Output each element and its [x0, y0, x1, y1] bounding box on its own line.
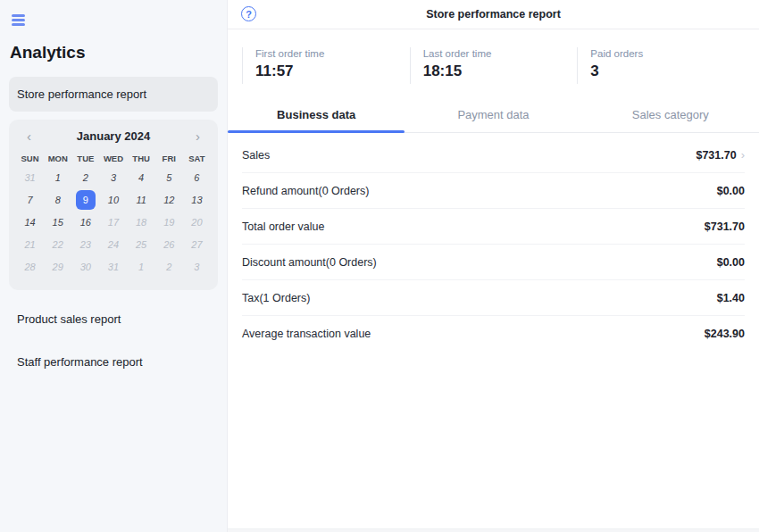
sidebar-item-store-performance-report[interactable]: Store performance report: [9, 77, 218, 112]
calendar-day[interactable]: 28: [16, 256, 44, 278]
stat-last-order-time: Last order time18:15: [410, 47, 578, 84]
calendar-day[interactable]: 31: [99, 256, 127, 278]
weekday-label: SUN: [16, 148, 44, 167]
stat-value: 3: [590, 62, 745, 80]
calendar-day[interactable]: 20: [183, 212, 211, 234]
calendar-day-number: 1: [55, 172, 61, 183]
calendar-day[interactable]: 10: [99, 189, 127, 212]
metric-right: $243.90: [705, 328, 745, 340]
bottom-strip: [228, 528, 759, 532]
calendar-day[interactable]: 4: [128, 167, 155, 189]
tab-payment-data[interactable]: Payment data: [405, 98, 581, 132]
calendar-day[interactable]: 16: [71, 212, 99, 234]
calendar-day[interactable]: 7: [16, 189, 44, 212]
calendar-day[interactable]: 1: [44, 167, 71, 189]
weekday-label: TUE: [71, 148, 99, 167]
calendar-day[interactable]: 15: [44, 212, 71, 234]
menu-icon-bar: [12, 19, 25, 21]
prev-month-icon[interactable]: ‹: [25, 129, 33, 143]
report-title: Store performance report: [426, 8, 561, 21]
calendar-day[interactable]: 14: [16, 212, 44, 234]
calendar-day[interactable]: 27: [183, 234, 211, 256]
metric-value: $0.00: [717, 185, 745, 197]
metric-row: Total order value$731.70: [242, 209, 745, 245]
metric-row[interactable]: Sales$731.70›: [242, 137, 745, 173]
calendar-day[interactable]: 5: [155, 167, 183, 189]
help-icon[interactable]: ?: [241, 6, 256, 21]
calendar-day[interactable]: 30: [71, 256, 99, 278]
weekday-label: THU: [128, 148, 155, 167]
metric-value: $731.70: [696, 149, 736, 162]
calendar-day[interactable]: 11: [128, 189, 155, 212]
calendar-day[interactable]: 19: [155, 212, 183, 234]
metric-label: Tax(1 Orders): [242, 292, 310, 304]
calendar-day[interactable]: 21: [16, 234, 44, 256]
calendar-day-number: 16: [80, 217, 91, 228]
calendar-day[interactable]: 3: [183, 256, 211, 278]
weekday-label: MON: [44, 148, 71, 167]
calendar-day[interactable]: 12: [155, 189, 183, 212]
calendar-day[interactable]: 29: [44, 256, 71, 278]
calendar-day[interactable]: 18: [128, 212, 155, 234]
sidebar-item-staff-performance-report[interactable]: Staff performance report: [9, 345, 218, 379]
calendar-day-number: 29: [53, 262, 63, 272]
calendar-day-number: 27: [191, 239, 202, 250]
calendar-day-grid: 3112345678910111213141516171819202122232…: [16, 167, 211, 278]
report-header: ? Store performance report: [228, 0, 759, 29]
weekday-label: SAT: [183, 148, 211, 167]
calendar-day[interactable]: 17: [99, 212, 127, 234]
calendar-day[interactable]: 2: [71, 167, 99, 189]
metric-label: Refund amount(0 Orders): [242, 185, 369, 197]
calendar-weekday-row: SUNMONTUEWEDTHUFRISAT: [16, 148, 211, 167]
metric-value: $731.70: [705, 220, 745, 233]
calendar-day-number: 31: [24, 172, 35, 183]
calendar-day-number: 7: [28, 195, 33, 205]
calendar-day-number: 4: [138, 172, 144, 183]
calendar-day[interactable]: 6: [183, 167, 211, 189]
tab-business-data[interactable]: Business data: [228, 98, 405, 132]
metric-label: Average transaction value: [242, 328, 371, 340]
metric-label: Total order value: [242, 220, 324, 233]
sidebar: Analytics Store performance report ‹ Jan…: [0, 0, 228, 532]
calendar-day-number: 21: [24, 239, 35, 250]
calendar-header: ‹ January 2024 ›: [16, 128, 211, 148]
calendar-day-number: 18: [136, 217, 146, 228]
stat-label: Paid orders: [590, 48, 745, 59]
metric-value: $0.00: [717, 256, 745, 269]
calendar-day[interactable]: 2: [155, 256, 183, 278]
calendar-day[interactable]: 22: [44, 234, 71, 256]
metric-value: $1.40: [717, 292, 745, 304]
stat-value: 18:15: [423, 62, 578, 80]
calendar-day[interactable]: 1: [128, 256, 155, 278]
calendar-day-number: 3: [111, 172, 116, 183]
tab-sales-category[interactable]: Sales category: [582, 98, 759, 132]
weekday-label: FRI: [155, 148, 183, 167]
next-month-icon[interactable]: ›: [194, 129, 202, 143]
calendar-day-number: 8: [55, 195, 61, 205]
sidebar-item-product-sales-report[interactable]: Product sales report: [9, 302, 218, 337]
menu-icon[interactable]: [12, 14, 25, 26]
calendar-day[interactable]: 13: [183, 189, 211, 212]
menu-icon-bar: [12, 23, 25, 26]
calendar-day-number: 2: [83, 172, 88, 183]
calendar-day[interactable]: 26: [155, 234, 183, 256]
stat-label: Last order time: [423, 48, 578, 59]
calendar-day[interactable]: 3: [99, 167, 127, 189]
metric-row: Refund amount(0 Orders)$0.00: [242, 173, 745, 209]
page-title: Analytics: [10, 43, 218, 62]
calendar-day[interactable]: 8: [44, 189, 71, 212]
calendar-day[interactable]: 25: [128, 234, 155, 256]
calendar-day-selected[interactable]: 9: [71, 189, 99, 212]
calendar-day-number: 15: [53, 217, 63, 228]
calendar-day[interactable]: 31: [16, 167, 44, 189]
metric-row: Tax(1 Orders)$1.40: [242, 280, 745, 316]
calendar-day-number: 30: [80, 262, 91, 272]
calendar-day-number: 26: [163, 239, 174, 250]
menu-icon-bar: [12, 14, 25, 17]
calendar-day[interactable]: 24: [99, 234, 127, 256]
calendar-day-number: 11: [136, 195, 146, 205]
calendar-day-number: 9: [76, 190, 96, 210]
metric-row: Discount amount(0 Orders)$0.00: [242, 245, 745, 280]
calendar-day-number: 31: [108, 262, 119, 272]
calendar-day[interactable]: 23: [71, 234, 99, 256]
